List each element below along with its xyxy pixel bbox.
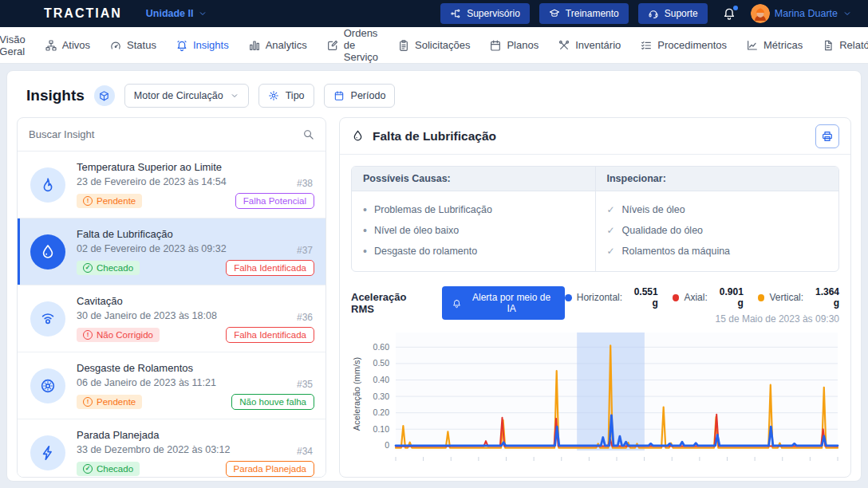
edit-icon: [326, 39, 339, 52]
nav-item-visao-geral[interactable]: Visão Geral: [0, 33, 26, 57]
causes-inspect-table: Possíveis Causas: Inspecionar: •Problema…: [351, 166, 839, 272]
print-button[interactable]: [815, 124, 839, 148]
cause-item: •Problemas de Lubrificação: [363, 199, 584, 220]
clipboard-icon: [397, 39, 410, 52]
rms-chart[interactable]: 0.600.500.400.300.200.100Aceleração (mm/…: [351, 331, 842, 466]
nav-item-ativos[interactable]: Ativos: [45, 39, 90, 52]
insight-title: Cavitação: [77, 295, 314, 307]
metrics-icon: [746, 39, 759, 52]
insight-item-parada[interactable]: Parada Planejada 33 de Dezembro de 2022 …: [18, 419, 326, 478]
suporte-button[interactable]: Suporte: [638, 3, 708, 24]
svg-text:0: 0: [385, 440, 389, 450]
chevron-down-icon: [230, 91, 239, 100]
nav-item-relatorios[interactable]: Relatórios: [822, 39, 868, 52]
insight-icon-wrap: [30, 167, 65, 203]
nav-item-solicitacoes[interactable]: Solicitações: [397, 39, 470, 52]
cube-icon: [98, 90, 110, 102]
search-icon[interactable]: [302, 128, 314, 140]
status-badge: !Pendente: [77, 194, 142, 208]
user-menu[interactable]: Marina Duarte: [751, 4, 852, 23]
inspect-list: ✓Níveis de óleo ✓Qualidade do óleo ✓Rola…: [596, 191, 839, 271]
svg-text:0.20: 0.20: [373, 407, 390, 417]
file-icon: [822, 39, 834, 52]
insight-title: Desgaste de Rolamentos: [77, 362, 314, 374]
unit-selector[interactable]: Unidade II: [146, 8, 207, 19]
gauge-icon: [109, 39, 122, 52]
period-filter-button[interactable]: Período: [324, 84, 396, 108]
detail-header: Falta de Lubrificação: [340, 118, 850, 155]
bar-chart-icon: [248, 39, 261, 52]
insight-item-lubrificacao[interactable]: Falta de Lubrificação 02 de Fevereiro de…: [18, 218, 326, 285]
chevron-down-icon: [198, 9, 207, 18]
insight-date: 33 de Dezembro de 2022 às 03:12: [77, 444, 314, 455]
user-name: Marina Duarte: [775, 8, 838, 19]
status-badge: !Não Corrigido: [77, 328, 160, 342]
legend-dot: [673, 294, 680, 301]
insight-icon-wrap: [30, 234, 65, 270]
treinamento-button[interactable]: Treinamento: [539, 3, 629, 24]
chart-legend: Horizontal:0.551 g Axial:0.901 g Vertica…: [565, 286, 839, 309]
droplet-icon: [39, 243, 57, 261]
supervisorio-button[interactable]: Supervisório: [440, 3, 530, 24]
status-badge: !Pendente: [77, 395, 142, 409]
inspect-item: ✓Qualidade do óleo: [607, 220, 828, 241]
insight-item-temperatura[interactable]: Temperatura Superior ao Limite 23 de Fev…: [18, 152, 326, 218]
avatar: [751, 4, 770, 23]
nav-item-planos[interactable]: Planos: [489, 39, 539, 52]
legend-vertical: Vertical:1.364 g: [758, 286, 839, 309]
nav-item-insights[interactable]: Insights: [176, 39, 229, 52]
chart-header: Aceleração RMS Alerta por meio de IA Hor…: [351, 286, 839, 325]
page-title: Insights: [26, 87, 85, 104]
svg-text:0.60: 0.60: [373, 342, 390, 352]
headset-icon: [648, 8, 659, 19]
calendar-icon: [333, 90, 345, 101]
search-bar: [18, 118, 326, 152]
nav-item-metricas[interactable]: Métricas: [746, 39, 803, 52]
nav-item-inventario[interactable]: Inventário: [558, 39, 621, 52]
droplet-icon: [351, 129, 365, 143]
svg-text:0.30: 0.30: [373, 392, 390, 401]
fault-tag: Falha Identificada: [226, 260, 314, 276]
info-icon: !: [83, 196, 93, 206]
checklist-icon: [640, 39, 653, 52]
type-filter-button[interactable]: Tipo: [258, 84, 314, 108]
insight-item-cavitacao[interactable]: Cavitação 30 de Janeiro de 2023 às 18:08…: [18, 285, 326, 352]
fault-tag: Não houve falha: [231, 394, 314, 410]
nav-item-procedimentos[interactable]: Procedimentos: [640, 39, 727, 52]
insight-list: Temperatura Superior ao Limite 23 de Fev…: [17, 117, 326, 478]
supervisorio-label: Supervisório: [467, 8, 520, 19]
insight-title: Falta de Lubrificação: [77, 228, 314, 240]
period-filter-label: Período: [351, 90, 386, 101]
asset-badge: [94, 85, 115, 106]
tractian-logo: TRACTIAN: [44, 6, 122, 21]
header-actions: Supervisório Treinamento Suporte Marina …: [440, 3, 852, 24]
insight-detail: Falta de Lubrificação Possíveis Causas: …: [339, 117, 851, 478]
nav-item-analytics[interactable]: Analytics: [248, 39, 307, 52]
insight-date: 23 de Fevereiro de 2023 às 14:54: [77, 176, 314, 187]
search-input[interactable]: [29, 128, 302, 140]
ai-alert-button[interactable]: Alerta por meio de IA: [442, 286, 565, 320]
notifications-button[interactable]: [722, 6, 736, 21]
unit-selector-label: Unidade II: [146, 8, 194, 19]
insight-number: #37: [297, 245, 313, 256]
svg-text:0.40: 0.40: [373, 375, 390, 384]
svg-text:Aceleração (mm/s): Aceleração (mm/s): [352, 357, 361, 431]
gear-icon: [268, 90, 279, 101]
flame-icon: [39, 176, 57, 194]
nav-item-status[interactable]: Status: [109, 39, 156, 52]
insight-icon-wrap: [30, 435, 65, 470]
insight-date: 06 de Janeiro de 2023 às 11:21: [77, 377, 314, 388]
machine-filter-dropdown[interactable]: Motor de Circulação: [124, 84, 249, 108]
insight-item-rolamentos[interactable]: Desgaste de Rolamentos 06 de Janeiro de …: [18, 352, 326, 419]
cavitation-icon: [39, 310, 57, 328]
suporte-label: Suporte: [665, 8, 698, 19]
insight-icon-wrap: [30, 301, 65, 336]
top-header: TRACTIAN Unidade II Supervisório Treinam…: [0, 0, 868, 27]
insight-number: #36: [297, 312, 313, 323]
nav-item-ordens-de-servico[interactable]: Ordens de Serviço: [326, 27, 378, 63]
calendar-icon: [489, 39, 502, 52]
chart-timestamp: 15 de Maio de 2023 às 09:30: [565, 313, 839, 325]
chevron-down-icon: [842, 9, 852, 18]
insight-number: #34: [297, 446, 313, 457]
inspect-item: ✓Níveis de óleo: [607, 199, 828, 220]
